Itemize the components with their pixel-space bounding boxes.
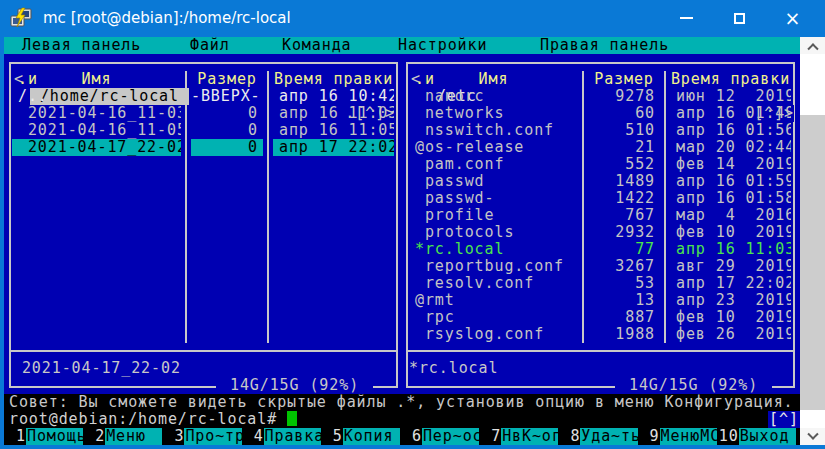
file-size: -ВВЕРХ- (191, 88, 263, 105)
empty-row (12, 190, 394, 207)
file-mtime: апр 16 01:58 (670, 190, 791, 207)
right-panel-top: < /etc .[^]> (401, 54, 800, 71)
file-row[interactable]: @os-release 21 мар 20 02:44 (409, 139, 791, 156)
menu-left-panel[interactable]: Левая панель (22, 37, 141, 54)
fkey-3-view[interactable]: 3Про~тр (162, 428, 241, 445)
left-disk-usage: 14G/15G (92%) (216, 377, 373, 394)
column-headers: .иИмя Размер Время правки (409, 71, 791, 88)
left-panel: < /home/rc-local .[^]> .иИмя Размер Врем… (4, 54, 401, 394)
empty-row (12, 173, 394, 190)
file-row[interactable]: 2021-04-16_11-05 0 апр 16 11:05 (12, 122, 394, 139)
fkey-9-pulldn[interactable]: 9МенюМС (638, 428, 717, 445)
file-row[interactable]: passwd- 1422 апр 16 01:58 (409, 190, 791, 207)
fkey-5-copy[interactable]: 5Копия (321, 428, 400, 445)
mini-status-divider (409, 343, 791, 360)
file-row[interactable]: reportbug.conf 3267 авг 29 2019 (409, 258, 791, 275)
column-header-mtime[interactable]: Время правки (273, 71, 394, 88)
file-size: 2932 (588, 224, 660, 241)
column-divider (578, 71, 588, 88)
file-name: *rc.local (409, 241, 578, 258)
file-row[interactable]: /.. -ВВЕРХ- апр 16 10:42 (12, 88, 394, 105)
file-size: 21 (588, 139, 660, 156)
scrollbar-down-button[interactable] (800, 428, 825, 445)
scrollbar[interactable] (800, 37, 825, 445)
column-header-name[interactable]: .иИмя (12, 71, 181, 88)
command-up-indicator[interactable]: [^] (768, 411, 800, 428)
column-header-name[interactable]: .иИмя (409, 71, 578, 88)
file-size: 1988 (588, 326, 660, 343)
file-row[interactable]: networks 60 апр 16 01:49 (409, 105, 791, 122)
file-name: 2021-04-16_11-05 (12, 122, 181, 139)
file-mtime: апр 23 2019 (670, 292, 791, 309)
maximize-button[interactable] (713, 0, 766, 36)
close-icon: × (785, 9, 801, 28)
file-row[interactable]: 2021-04-16_11-03 0 апр 16 11:03 (12, 105, 394, 122)
chevron-up-icon (807, 43, 818, 54)
file-name: passwd (409, 173, 578, 190)
file-name: profile (409, 207, 578, 224)
file-mtime: апр 16 01:49 (670, 105, 791, 122)
file-row[interactable]: nanorc 9278 июн 12 2019 (409, 88, 791, 105)
empty-row (12, 309, 394, 326)
file-size: 767 (588, 207, 660, 224)
minimize-button[interactable] (660, 0, 713, 36)
column-headers: .иИмя Размер Время правки (12, 71, 394, 88)
terminal: Левая панель Файл Команда Настройки Прав… (4, 37, 800, 445)
command-line[interactable]: root@debian:/home/rc-local# [^] (4, 411, 800, 428)
window-titlebar: mc [root@debian]:/home/rc-local × (0, 0, 825, 36)
scrollbar-thumb[interactable] (800, 115, 825, 410)
file-row[interactable]: rsyslog.conf 1988 фев 26 2019 (409, 326, 791, 343)
file-name: passwd- (409, 190, 578, 207)
file-row[interactable]: pam.conf 552 фев 14 2019 (409, 156, 791, 173)
file-mtime: апр 16 11:03 (273, 105, 394, 122)
file-name: 2021-04-17_22-02 (12, 139, 181, 156)
empty-row (12, 241, 394, 258)
file-name: resolv.conf (409, 275, 578, 292)
right-panel: < /etc .[^]> .иИмя Размер Время правки n… (401, 54, 800, 394)
file-row[interactable]: rpc 887 фев 10 2019 (409, 309, 791, 326)
file-row-selected[interactable]: 2021-04-17_22-02 0 апр 17 22:02 (12, 139, 394, 156)
file-mtime: июн 12 2019 (670, 88, 791, 105)
sort-indicator: .и (18, 71, 38, 88)
file-size: 552 (588, 156, 660, 173)
fkey-6-move[interactable]: 6Пер~ос (400, 428, 479, 445)
column-header-mtime[interactable]: Время правки (670, 71, 791, 88)
fkey-10-quit[interactable]: 10Выход (717, 428, 796, 445)
file-row-executable[interactable]: *rc.local 77 апр 16 11:03 (409, 241, 791, 258)
column-header-size[interactable]: Размер (191, 71, 263, 88)
column-header-size[interactable]: Размер (588, 71, 660, 88)
file-size: 0 (191, 139, 263, 156)
file-size: 1422 (588, 190, 660, 207)
empty-row (12, 258, 394, 275)
file-mtime: мар 4 2016 (670, 207, 791, 224)
close-button[interactable]: × (766, 0, 819, 36)
menu-options[interactable]: Настройки (398, 37, 487, 54)
fkey-7-mkdir[interactable]: 7НвК~ог (479, 428, 558, 445)
scrollbar-up-button[interactable] (800, 37, 825, 54)
menu-right-panel[interactable]: Правая панель (540, 37, 669, 54)
file-size: 887 (588, 309, 660, 326)
file-mtime: апр 16 10:42 (273, 88, 394, 105)
file-row[interactable]: @rmt 13 апр 23 2019 (409, 292, 791, 309)
file-row[interactable]: protocols 2932 фев 10 2019 (409, 224, 791, 241)
left-mini-status: 2021-04-17_22-02 (12, 360, 181, 377)
putty-window: mc [root@debian]:/home/rc-local × Левая … (0, 0, 825, 449)
fkey-8-delete[interactable]: 8Уда~ть (558, 428, 637, 445)
file-row[interactable]: nsswitch.conf 510 апр 16 01:56 (409, 122, 791, 139)
file-mtime: апр 17 22:02 (670, 275, 791, 292)
file-mtime: апр 16 01:56 (670, 122, 791, 139)
menu-command[interactable]: Команда (282, 37, 352, 54)
file-mtime: фев 26 2019 (670, 326, 791, 343)
fkey-4-edit[interactable]: 4Правка (242, 428, 321, 445)
fkey-1-help[interactable]: 1Помощь (4, 428, 83, 445)
file-size: 1489 (588, 173, 660, 190)
file-row[interactable]: resolv.conf 53 апр 17 22:02 (409, 275, 791, 292)
file-row[interactable]: profile 767 мар 4 2016 (409, 207, 791, 224)
fkey-2-menu[interactable]: 2Меню (83, 428, 162, 445)
file-row[interactable]: passwd 1489 апр 16 01:59 (409, 173, 791, 190)
file-mtime: апр 17 22:02 (273, 139, 394, 156)
file-name: nanorc (409, 88, 578, 105)
file-name: protocols (409, 224, 578, 241)
menu-file[interactable]: Файл (190, 37, 230, 54)
column-divider (181, 71, 191, 88)
